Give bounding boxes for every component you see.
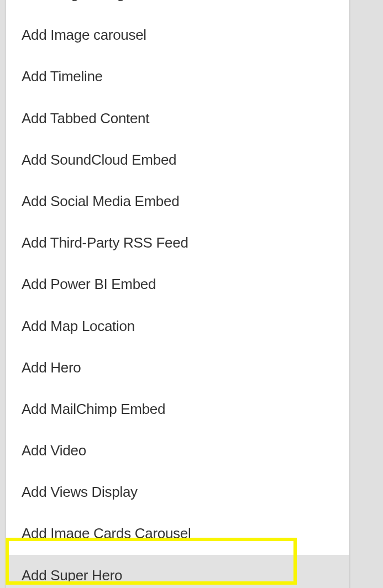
menu-item-add-mailchimp-embed[interactable]: Add MailChimp Embed — [6, 389, 349, 430]
menu-item-add-tabbed-content[interactable]: Add Tabbed Content — [6, 98, 349, 139]
add-menu-panel: Add Single Image Add Image carousel Add … — [6, 0, 350, 588]
menu-item-add-video[interactable]: Add Video — [6, 430, 349, 471]
menu-item-add-views-display[interactable]: Add Views Display — [6, 471, 349, 513]
menu-item-add-soundcloud-embed[interactable]: Add SoundCloud Embed — [6, 139, 349, 181]
menu-item-add-power-bi-embed[interactable]: Add Power BI Embed — [6, 264, 349, 305]
menu-item-add-hero[interactable]: Add Hero — [6, 347, 349, 389]
menu-item-add-image-cards-carousel[interactable]: Add Image Cards Carousel — [6, 513, 349, 554]
menu-item-add-super-hero[interactable]: Add Super Hero — [6, 555, 349, 588]
menu-item-add-map-location[interactable]: Add Map Location — [6, 306, 349, 347]
page-container: Add Single Image Add Image carousel Add … — [0, 0, 383, 588]
menu-item-add-social-media-embed[interactable]: Add Social Media Embed — [6, 181, 349, 222]
menu-item-add-image-carousel[interactable]: Add Image carousel — [6, 14, 349, 56]
menu-item-add-timeline[interactable]: Add Timeline — [6, 56, 349, 97]
menu-item-add-third-party-rss-feed[interactable]: Add Third-Party RSS Feed — [6, 222, 349, 264]
menu-item-add-single-image[interactable]: Add Single Image — [6, 0, 349, 14]
